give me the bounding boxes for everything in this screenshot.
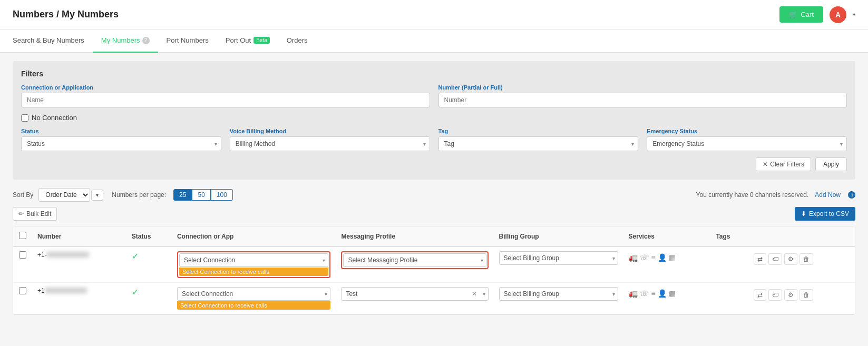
row1-checkbox[interactable]	[19, 251, 26, 259]
table-row: +1-XXXXXXXXXX ✓ Select Connection ▾	[13, 246, 855, 283]
table-row: +1XXXXXXXXXX ✓ Select Connection ▾ Selec…	[13, 283, 855, 314]
row2-messaging-select[interactable]: Test	[341, 287, 488, 301]
row2-services-cell: 🚛 ☏ ≡ 👤 ▦	[623, 283, 711, 314]
row2-person-icon[interactable]: 👤	[658, 289, 667, 298]
clear-filters-button[interactable]: ✕ Clear Filters	[756, 157, 811, 171]
row1-stack-icon[interactable]: ≡	[651, 253, 656, 262]
nav-orders[interactable]: Orders	[278, 29, 316, 53]
cart-button[interactable]: 🛒 Cart	[779, 6, 823, 23]
nav-port-numbers[interactable]: Port Numbers	[158, 29, 217, 53]
sort-select[interactable]: Order Date	[38, 188, 90, 202]
apply-button[interactable]: Apply	[815, 157, 847, 171]
sort-direction-button[interactable]: ▾	[91, 190, 103, 201]
filter-emergency-label: Emergency Status	[647, 128, 847, 134]
row2-delete-button[interactable]: 🗑	[799, 289, 813, 301]
toolbar: Sort By Order Date ▾ Numbers per page: 2…	[13, 188, 855, 202]
nav: Search & Buy Numbers My Numbers ? Port N…	[0, 29, 868, 53]
row1-person-icon[interactable]: 👤	[658, 253, 667, 262]
avatar[interactable]: A	[830, 6, 846, 23]
per-page-25-button[interactable]: 25	[173, 189, 192, 201]
row1-number-cell: +1-XXXXXXXXXX	[32, 246, 126, 283]
filter-status-label: Status	[21, 128, 221, 134]
pencil-icon: ✏	[18, 210, 24, 218]
row2-truck-icon[interactable]: 🚛	[629, 289, 638, 298]
export-csv-button[interactable]: ⬇ Export to CSV	[795, 207, 855, 221]
row2-number-blurred: XXXXXXXXXX	[45, 287, 87, 294]
header-messaging: Messaging Profile	[336, 226, 493, 246]
row1-billing-select[interactable]: Select Billing Group	[499, 251, 618, 265]
filter-emergency-select[interactable]: Emergency Status	[647, 136, 847, 151]
filter-connection-input[interactable]	[21, 93, 430, 107]
row2-stack-icon[interactable]: ≡	[651, 289, 656, 298]
filter-voice-billing-label: Voice Billing Method	[230, 128, 430, 134]
row2-billing-select[interactable]: Select Billing Group	[499, 287, 618, 301]
filter-tag-select[interactable]: Tag	[438, 136, 639, 151]
cart-icon: 🛒	[789, 11, 797, 18]
channels-info-icon[interactable]: ℹ	[848, 191, 855, 199]
row2-gear-button[interactable]: ⚙	[784, 289, 797, 301]
nav-port-numbers-label: Port Numbers	[167, 36, 209, 44]
per-page-50-button[interactable]: 50	[192, 189, 210, 201]
row1-number: +1-XXXXXXXXXX	[37, 251, 89, 259]
add-now-link[interactable]: Add Now	[815, 191, 841, 199]
row1-connection-select[interactable]: Select Connection	[179, 253, 328, 267]
row1-connection-highlight: Select Connection ▾ Select Connection to…	[177, 251, 330, 278]
row1-gear-button[interactable]: ⚙	[784, 253, 797, 265]
filter-status: Status Status ▾	[21, 128, 221, 151]
row1-connection-warning: Select Connection to receive calls	[179, 268, 328, 276]
row1-services-cell: 🚛 ☏ ≡ 👤 ▦	[623, 246, 711, 283]
row1-delete-button[interactable]: 🗑	[799, 253, 813, 265]
filter-tag-label: Tag	[438, 128, 639, 134]
header-status: Status	[126, 226, 172, 246]
nav-my-numbers[interactable]: My Numbers ?	[93, 29, 158, 53]
row2-number: +1XXXXXXXXXX	[37, 287, 87, 294]
row1-transfer-button[interactable]: ⇄	[754, 253, 766, 265]
sort-select-wrap: Order Date ▾	[38, 188, 103, 202]
row2-tags-cell	[710, 283, 748, 314]
row2-messaging-clear-button[interactable]: ✕	[472, 290, 477, 298]
row1-sms-icon[interactable]: ▦	[669, 253, 676, 262]
select-all-checkbox[interactable]	[19, 232, 26, 239]
row2-transfer-button[interactable]: ⇄	[754, 289, 766, 301]
no-connection-row: No Connection	[21, 114, 847, 122]
clear-filters-label: Clear Filters	[770, 161, 804, 168]
row2-billing-cell: Select Billing Group ▾	[494, 283, 623, 314]
row1-phone-icon[interactable]: ☏	[640, 253, 649, 262]
header: Numbers / My Numbers 🛒 Cart A ▾	[0, 0, 868, 29]
row2-connection-select[interactable]: Select Connection	[177, 287, 330, 301]
row2-tag-button[interactable]: 🏷	[768, 289, 782, 301]
row2-checkbox[interactable]	[19, 287, 26, 294]
sort-label: Sort By	[13, 191, 33, 199]
filter-number-input[interactable]	[438, 93, 847, 107]
header-actions	[748, 226, 855, 246]
filter-tag-wrap: Tag ▾	[438, 136, 639, 151]
table-header-row: Number Status Connection or App Messagin…	[13, 226, 855, 246]
toolbar-right: You currently have 0 channels reserved. …	[696, 191, 855, 199]
row1-number-blurred: XXXXXXXXXX	[47, 251, 89, 259]
filter-number: Number (Partial or Full)	[438, 84, 847, 107]
bulk-edit-button[interactable]: ✏ Bulk Edit	[13, 207, 57, 221]
row2-sms-icon[interactable]: ▦	[669, 289, 676, 298]
filter-status-select[interactable]: Status	[21, 136, 221, 151]
row1-messaging-select[interactable]: Select Messaging Profile	[343, 253, 486, 267]
nav-port-out[interactable]: Port Out Beta	[217, 29, 278, 53]
row1-messaging-highlight: Select Messaging Profile ▾	[341, 251, 488, 269]
per-page-100-button[interactable]: 100	[211, 189, 233, 201]
my-numbers-help-icon[interactable]: ?	[142, 37, 150, 44]
nav-search-buy[interactable]: Search & Buy Numbers	[13, 29, 93, 53]
row2-number-cell: +1XXXXXXXXXX	[32, 283, 126, 314]
no-connection-checkbox[interactable]	[21, 114, 28, 122]
filter-voice-billing-select[interactable]: Billing Method	[230, 136, 430, 151]
avatar-caret-icon[interactable]: ▾	[853, 12, 855, 17]
bulk-edit-label: Bulk Edit	[26, 210, 51, 218]
header-connection: Connection or App	[172, 226, 336, 246]
nav-port-out-label: Port Out	[226, 36, 251, 44]
row1-truck-icon[interactable]: 🚛	[629, 253, 638, 262]
apply-label: Apply	[823, 161, 839, 168]
row1-tag-button[interactable]: 🏷	[768, 253, 782, 265]
filters-panel: Filters Connection or Application Number…	[13, 61, 855, 180]
per-page-buttons: 25 50 100	[173, 189, 233, 201]
row2-connection-cell: Select Connection ▾ Select Connection to…	[172, 283, 336, 314]
row2-phone-icon[interactable]: ☏	[640, 289, 649, 298]
row2-actions-cell: ⇄ 🏷 ⚙ 🗑	[748, 283, 855, 314]
